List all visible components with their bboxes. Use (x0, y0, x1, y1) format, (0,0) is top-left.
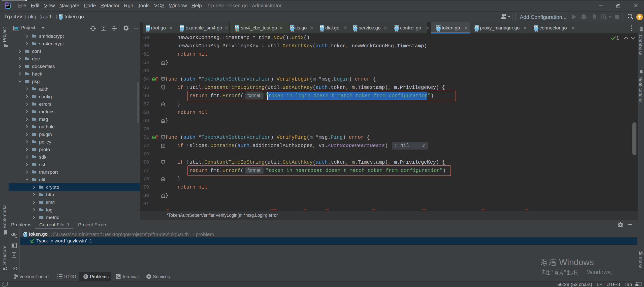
svg-text:GO: GO (6, 4, 9, 6)
